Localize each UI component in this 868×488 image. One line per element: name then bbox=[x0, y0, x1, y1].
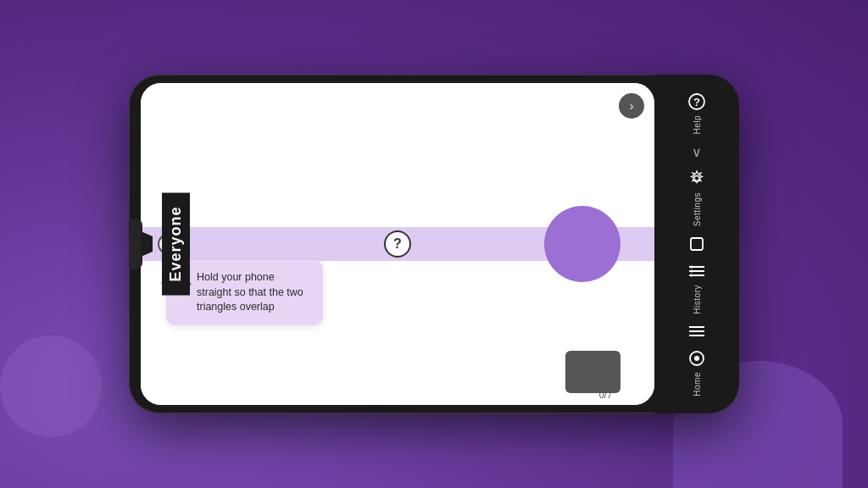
help-icon: ? bbox=[687, 92, 707, 112]
counter: 0/7 bbox=[599, 390, 612, 400]
phone-notch bbox=[129, 219, 142, 269]
purple-circle bbox=[544, 206, 620, 282]
svg-point-10 bbox=[691, 274, 693, 276]
square-icon bbox=[687, 234, 707, 254]
svg-point-9 bbox=[691, 269, 693, 272]
svg-rect-4 bbox=[691, 238, 703, 250]
menu-icon bbox=[687, 321, 707, 341]
bg-decoration-left bbox=[0, 336, 102, 437]
help-label: Help bbox=[693, 115, 702, 135]
sidebar-item-home[interactable]: Home bbox=[687, 348, 707, 396]
svg-point-8 bbox=[691, 265, 693, 268]
svg-point-3 bbox=[694, 176, 700, 182]
sidebar-item-chevron[interactable]: ∨ bbox=[687, 141, 707, 162]
sidebar-item-settings[interactable]: Settings bbox=[687, 169, 707, 226]
everyone-label: Everyone bbox=[162, 192, 190, 295]
sidebar-item-help[interactable]: ? Help bbox=[687, 92, 707, 135]
home-label: Home bbox=[693, 372, 702, 396]
screen-top-panel bbox=[141, 83, 654, 212]
sidebar-item-square[interactable] bbox=[687, 234, 707, 254]
phone-screen: i ? › Hold your phone straight so that t… bbox=[141, 83, 654, 405]
question-icon[interactable]: ? bbox=[384, 230, 411, 258]
svg-text:?: ? bbox=[693, 96, 700, 108]
settings-label: Settings bbox=[693, 192, 702, 226]
history-icon bbox=[687, 261, 707, 281]
phone-screen-wrapper: i ? › Hold your phone straight so that t… bbox=[141, 83, 654, 405]
next-button[interactable]: › bbox=[619, 93, 644, 119]
history-label: History bbox=[693, 285, 702, 314]
sidebar-item-menu[interactable] bbox=[687, 321, 707, 341]
chevron-down-icon: ∨ bbox=[687, 141, 707, 162]
tooltip-text: Hold your phone straight so that the two… bbox=[197, 271, 303, 313]
phone-device: Everyone i ? › bbox=[129, 75, 739, 413]
thumbnail[interactable] bbox=[565, 351, 620, 393]
sidebar-item-history[interactable]: History bbox=[687, 261, 707, 314]
svg-point-15 bbox=[694, 356, 699, 361]
phone-sidebar: ? Help ∨ Settings bbox=[654, 75, 739, 413]
home-icon bbox=[687, 348, 707, 369]
settings-icon bbox=[687, 169, 707, 189]
